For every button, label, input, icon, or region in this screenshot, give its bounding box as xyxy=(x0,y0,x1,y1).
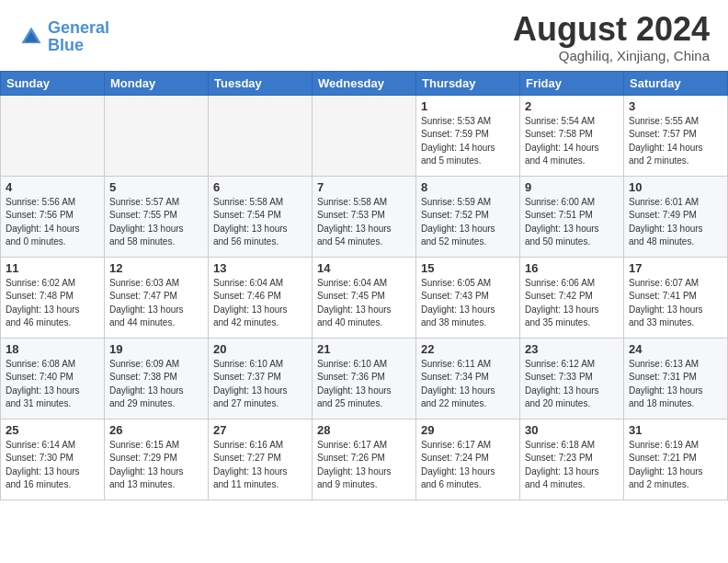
day-cell: 17Sunrise: 6:07 AMSunset: 7:41 PMDayligh… xyxy=(624,257,728,338)
day-cell: 13Sunrise: 6:04 AMSunset: 7:46 PMDayligh… xyxy=(209,257,313,338)
day-info: Sunrise: 6:18 AMSunset: 7:23 PMDaylight:… xyxy=(525,439,619,492)
day-info: Sunrise: 5:54 AMSunset: 7:58 PMDaylight:… xyxy=(525,115,619,168)
day-info: Sunrise: 6:12 AMSunset: 7:33 PMDaylight:… xyxy=(525,358,619,411)
day-number: 2 xyxy=(525,99,619,113)
weekday-friday: Friday xyxy=(520,71,624,95)
calendar: SundayMondayTuesdayWednesdayThursdayFrid… xyxy=(0,71,728,500)
day-cell: 21Sunrise: 6:10 AMSunset: 7:36 PMDayligh… xyxy=(313,338,416,419)
day-cell xyxy=(313,95,416,176)
day-number: 5 xyxy=(109,180,203,194)
day-info: Sunrise: 6:05 AMSunset: 7:43 PMDaylight:… xyxy=(421,277,515,330)
weekday-thursday: Thursday xyxy=(416,71,520,95)
day-cell: 8Sunrise: 5:59 AMSunset: 7:52 PMDaylight… xyxy=(416,176,520,257)
day-cell: 11Sunrise: 6:02 AMSunset: 7:48 PMDayligh… xyxy=(1,257,105,338)
day-number: 7 xyxy=(317,180,411,194)
day-number: 28 xyxy=(317,423,411,437)
day-info: Sunrise: 6:04 AMSunset: 7:45 PMDaylight:… xyxy=(317,277,411,330)
weekday-sunday: Sunday xyxy=(1,71,105,95)
day-info: Sunrise: 6:13 AMSunset: 7:31 PMDaylight:… xyxy=(629,358,722,411)
weekday-monday: Monday xyxy=(105,71,209,95)
day-number: 23 xyxy=(525,342,619,356)
day-info: Sunrise: 5:55 AMSunset: 7:57 PMDaylight:… xyxy=(629,115,722,168)
day-info: Sunrise: 6:10 AMSunset: 7:37 PMDaylight:… xyxy=(213,358,307,411)
day-cell: 1Sunrise: 5:53 AMSunset: 7:59 PMDaylight… xyxy=(416,95,520,176)
day-number: 6 xyxy=(213,180,307,194)
day-cell: 7Sunrise: 5:58 AMSunset: 7:53 PMDaylight… xyxy=(313,176,416,257)
day-info: Sunrise: 6:16 AMSunset: 7:27 PMDaylight:… xyxy=(213,439,307,492)
day-cell: 23Sunrise: 6:12 AMSunset: 7:33 PMDayligh… xyxy=(520,338,624,419)
day-number: 4 xyxy=(6,180,99,194)
day-cell xyxy=(1,95,105,176)
day-cell: 6Sunrise: 5:58 AMSunset: 7:54 PMDaylight… xyxy=(209,176,313,257)
day-info: Sunrise: 6:17 AMSunset: 7:26 PMDaylight:… xyxy=(317,439,411,492)
day-number: 30 xyxy=(525,423,619,437)
week-row-4: 18Sunrise: 6:08 AMSunset: 7:40 PMDayligh… xyxy=(1,338,728,419)
day-cell: 18Sunrise: 6:08 AMSunset: 7:40 PMDayligh… xyxy=(1,338,105,419)
day-cell: 28Sunrise: 6:17 AMSunset: 7:26 PMDayligh… xyxy=(313,419,416,500)
day-info: Sunrise: 5:58 AMSunset: 7:53 PMDaylight:… xyxy=(317,196,411,249)
header: General Blue August 2024 Qaghiliq, Xinji… xyxy=(0,0,728,71)
day-cell: 10Sunrise: 6:01 AMSunset: 7:49 PMDayligh… xyxy=(624,176,728,257)
day-cell: 5Sunrise: 5:57 AMSunset: 7:55 PMDaylight… xyxy=(105,176,209,257)
month-year: August 2024 xyxy=(513,11,710,48)
day-cell: 25Sunrise: 6:14 AMSunset: 7:30 PMDayligh… xyxy=(1,419,105,500)
day-info: Sunrise: 6:15 AMSunset: 7:29 PMDaylight:… xyxy=(109,439,203,492)
day-number: 1 xyxy=(421,99,515,113)
logo: General Blue xyxy=(18,19,109,56)
day-number: 18 xyxy=(6,342,99,356)
day-cell xyxy=(105,95,209,176)
day-number: 22 xyxy=(421,342,515,356)
day-info: Sunrise: 6:09 AMSunset: 7:38 PMDaylight:… xyxy=(109,358,203,411)
day-cell: 2Sunrise: 5:54 AMSunset: 7:58 PMDaylight… xyxy=(520,95,624,176)
week-row-5: 25Sunrise: 6:14 AMSunset: 7:30 PMDayligh… xyxy=(1,419,728,500)
logo-line1: General xyxy=(48,18,109,37)
day-number: 29 xyxy=(421,423,515,437)
day-info: Sunrise: 6:08 AMSunset: 7:40 PMDaylight:… xyxy=(6,358,99,411)
day-cell xyxy=(209,95,313,176)
day-cell: 12Sunrise: 6:03 AMSunset: 7:47 PMDayligh… xyxy=(105,257,209,338)
day-cell: 3Sunrise: 5:55 AMSunset: 7:57 PMDaylight… xyxy=(624,95,728,176)
day-number: 24 xyxy=(629,342,722,356)
day-info: Sunrise: 6:07 AMSunset: 7:41 PMDaylight:… xyxy=(629,277,722,330)
weekday-wednesday: Wednesday xyxy=(313,71,416,95)
day-number: 10 xyxy=(629,180,722,194)
day-cell: 15Sunrise: 6:05 AMSunset: 7:43 PMDayligh… xyxy=(416,257,520,338)
day-number: 26 xyxy=(109,423,203,437)
logo-line2: Blue xyxy=(48,36,84,54)
weekday-tuesday: Tuesday xyxy=(209,71,313,95)
day-number: 20 xyxy=(213,342,307,356)
day-number: 25 xyxy=(6,423,99,437)
day-number: 15 xyxy=(421,261,515,275)
day-number: 17 xyxy=(629,261,722,275)
day-cell: 22Sunrise: 6:11 AMSunset: 7:34 PMDayligh… xyxy=(416,338,520,419)
day-cell: 30Sunrise: 6:18 AMSunset: 7:23 PMDayligh… xyxy=(520,419,624,500)
title-block: August 2024 Qaghiliq, Xinjiang, China xyxy=(513,11,710,63)
day-cell: 26Sunrise: 6:15 AMSunset: 7:29 PMDayligh… xyxy=(105,419,209,500)
day-number: 8 xyxy=(421,180,515,194)
day-cell: 4Sunrise: 5:56 AMSunset: 7:56 PMDaylight… xyxy=(1,176,105,257)
location: Qaghiliq, Xinjiang, China xyxy=(513,48,710,63)
day-cell: 29Sunrise: 6:17 AMSunset: 7:24 PMDayligh… xyxy=(416,419,520,500)
weekday-saturday: Saturday xyxy=(624,71,728,95)
day-info: Sunrise: 6:19 AMSunset: 7:21 PMDaylight:… xyxy=(629,439,722,492)
day-info: Sunrise: 5:59 AMSunset: 7:52 PMDaylight:… xyxy=(421,196,515,249)
day-info: Sunrise: 6:03 AMSunset: 7:47 PMDaylight:… xyxy=(109,277,203,330)
day-cell: 31Sunrise: 6:19 AMSunset: 7:21 PMDayligh… xyxy=(624,419,728,500)
day-info: Sunrise: 6:01 AMSunset: 7:49 PMDaylight:… xyxy=(629,196,722,249)
day-cell: 16Sunrise: 6:06 AMSunset: 7:42 PMDayligh… xyxy=(520,257,624,338)
day-number: 14 xyxy=(317,261,411,275)
day-info: Sunrise: 6:11 AMSunset: 7:34 PMDaylight:… xyxy=(421,358,515,411)
day-number: 19 xyxy=(109,342,203,356)
day-number: 9 xyxy=(525,180,619,194)
day-number: 31 xyxy=(629,423,722,437)
day-info: Sunrise: 5:56 AMSunset: 7:56 PMDaylight:… xyxy=(6,196,99,249)
day-cell: 19Sunrise: 6:09 AMSunset: 7:38 PMDayligh… xyxy=(105,338,209,419)
day-number: 13 xyxy=(213,261,307,275)
day-info: Sunrise: 5:58 AMSunset: 7:54 PMDaylight:… xyxy=(213,196,307,249)
weekday-header-row: SundayMondayTuesdayWednesdayThursdayFrid… xyxy=(1,71,728,95)
day-number: 21 xyxy=(317,342,411,356)
day-number: 11 xyxy=(6,261,99,275)
day-cell: 20Sunrise: 6:10 AMSunset: 7:37 PMDayligh… xyxy=(209,338,313,419)
day-number: 27 xyxy=(213,423,307,437)
day-cell: 9Sunrise: 6:00 AMSunset: 7:51 PMDaylight… xyxy=(520,176,624,257)
